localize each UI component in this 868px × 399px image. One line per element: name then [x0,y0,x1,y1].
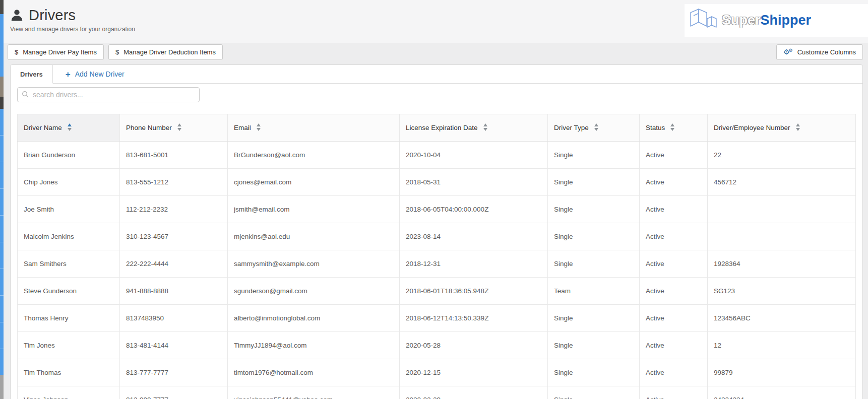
table-row[interactable]: Sam Smithers222-222-4444sammysmith@examp… [18,250,856,278]
toolbar-left: $ Manage Driver Pay Items $ Manage Drive… [8,44,223,60]
search-input[interactable] [17,87,200,102]
customize-columns-button[interactable]: ⚙⚙ Customize Columns [776,44,863,60]
add-new-driver-button[interactable]: + Add New Driver [66,65,125,83]
table-cell-email: sammysmith@example.com [228,250,400,278]
table-cell-driver-employee-number: SG123 [708,278,856,305]
customize-columns-label: Customize Columns [797,48,856,56]
table-cell-phone-number: 813-681-5001 [120,142,228,169]
table-cell-driver-type: Single [548,250,640,278]
manage-driver-deduction-items-label: Manage Driver Deduction Items [123,48,216,56]
strip-segment [0,0,4,14]
column-header-status[interactable]: Status [640,114,708,142]
column-header-driver-type[interactable]: Driver Type [548,114,640,142]
column-label: Driver Name [24,124,62,131]
table-cell-license-expiration-date: 2018-12-31 [400,250,548,278]
column-header-phone-number[interactable]: Phone Number [120,114,228,142]
sort-icon[interactable] [483,123,487,131]
table-row[interactable]: Joe Smith112-212-2232jsmith@email.com201… [18,196,856,223]
table-cell-license-expiration-date: 2018-05-31 [400,169,548,196]
dollar-icon: $ [115,48,119,56]
sort-icon[interactable] [257,123,261,131]
strip-segment [0,77,4,97]
table-cell-phone-number: 8137483950 [120,305,228,332]
table-cell-driver-type: Single [548,169,640,196]
table-cell-license-expiration-date: 2018-06-12T14:13:50.339Z [400,305,548,332]
add-new-driver-label: Add New Driver [75,70,125,78]
table-cell-status: Active [640,278,708,305]
table-row[interactable]: Malcolm Jenkins310-123-4567mjenkins@aol.… [18,223,856,250]
table-cell-phone-number: 813-555-1212 [120,169,228,196]
manage-driver-pay-items-button[interactable]: $ Manage Driver Pay Items [8,44,104,60]
column-header-email[interactable]: Email [228,114,400,142]
table-row[interactable]: Chip Jones813-555-1212cjones@email.com20… [18,169,856,196]
table-cell-driver-name: Tim Jones [18,332,120,359]
table-cell-driver-name: Brian Gunderson [18,142,120,169]
table-cell-email: alberto@inmotionglobal.com [228,305,400,332]
person-icon [10,9,24,22]
table-cell-status: Active [640,386,708,399]
sort-icon[interactable] [177,123,181,131]
table-cell-status: Active [640,142,708,169]
table-cell-driver-name: Thomas Henry [18,305,120,332]
manage-driver-deduction-items-button[interactable]: $ Manage Driver Deduction Items [108,44,223,60]
page-title: Drivers [29,7,76,24]
table-cell-driver-name: Tim Thomas [18,359,120,386]
table-cell-phone-number: 112-212-2232 [120,196,228,223]
tab-drivers[interactable]: Drivers [11,65,53,84]
table-cell-driver-employee-number [708,223,856,250]
table-cell-status: Active [640,305,708,332]
sort-icon[interactable] [796,123,800,131]
table-cell-driver-type: Single [548,305,640,332]
table-cell-driver-type: Single [548,359,640,386]
strip-segment [0,14,4,77]
table-cell-driver-name: Sam Smithers [18,250,120,278]
column-label: Email [234,124,251,131]
table-row[interactable]: Vince Johnson813-999-7777vincejohnson554… [18,386,856,399]
table-row[interactable]: Steve Gunderson941-888-8888sgunderson@gm… [18,278,856,305]
left-edge-strip [0,0,4,399]
column-label: Phone Number [126,124,172,131]
dollar-icon: $ [15,48,18,56]
drivers-table: Driver NamePhone NumberEmailLicense Expi… [17,114,856,399]
table-cell-driver-employee-number: 12 [708,332,856,359]
table-cell-driver-name: Malcolm Jenkins [18,223,120,250]
table-cell-license-expiration-date: 2023-08-14 [400,223,548,250]
table-cell-status: Active [640,169,708,196]
table-row[interactable]: Brian Gunderson813-681-5001BrGunderson@a… [18,142,856,169]
table-cell-driver-employee-number: 123456ABC [708,305,856,332]
table-cell-driver-type: Single [548,386,640,399]
table-cell-email: TimmyJJ1894@aol.com [228,332,400,359]
column-label: License Expiration Date [406,124,478,131]
column-header-license-expiration-date[interactable]: License Expiration Date [400,114,548,142]
table-row[interactable]: Thomas Henry8137483950alberto@inmotiongl… [18,305,856,332]
manage-driver-pay-items-label: Manage Driver Pay Items [23,48,97,56]
table-cell-driver-employee-number: 456712 [708,169,856,196]
column-label: Driver Type [554,124,589,131]
table-row[interactable]: Tim Thomas813-777-7777timtom1976@hotmail… [18,359,856,386]
tab-drivers-label: Drivers [20,71,43,78]
column-header-driver-employee-number[interactable]: Driver/Employee Number [708,114,856,142]
table-cell-driver-employee-number: 1928364 [708,250,856,278]
table-cell-driver-employee-number [708,196,856,223]
sort-icon[interactable] [594,123,598,131]
drivers-table-wrap: Driver NamePhone NumberEmailLicense Expi… [17,114,856,399]
table-cell-phone-number: 310-123-4567 [120,223,228,250]
table-cell-email: mjenkins@aol.edu [228,223,400,250]
strip-segment [0,375,4,399]
table-cell-license-expiration-date: 2020-12-15 [400,359,548,386]
table-cell-email: timtom1976@hotmail.com [228,359,400,386]
table-cell-email: jsmith@email.com [228,196,400,223]
sort-icon[interactable] [68,123,72,131]
drivers-table-head: Driver NamePhone NumberEmailLicense Expi… [18,114,856,142]
sort-icon[interactable] [670,123,674,131]
table-cell-driver-employee-number: 34234234 [708,386,856,399]
table-row[interactable]: Tim Jones813-481-4144TimmyJJ1894@aol.com… [18,332,856,359]
table-cell-driver-type: Single [548,332,640,359]
table-cell-license-expiration-date: 2018-06-05T04:00:00.000Z [400,196,548,223]
column-label: Status [646,124,665,131]
table-cell-license-expiration-date: 2020-02-29 [400,386,548,399]
search-wrap [17,87,200,102]
table-cell-email: cjones@email.com [228,169,400,196]
column-header-driver-name[interactable]: Driver Name [18,114,120,142]
table-cell-email: vincejohnson55441@yahoo.com [228,386,400,399]
